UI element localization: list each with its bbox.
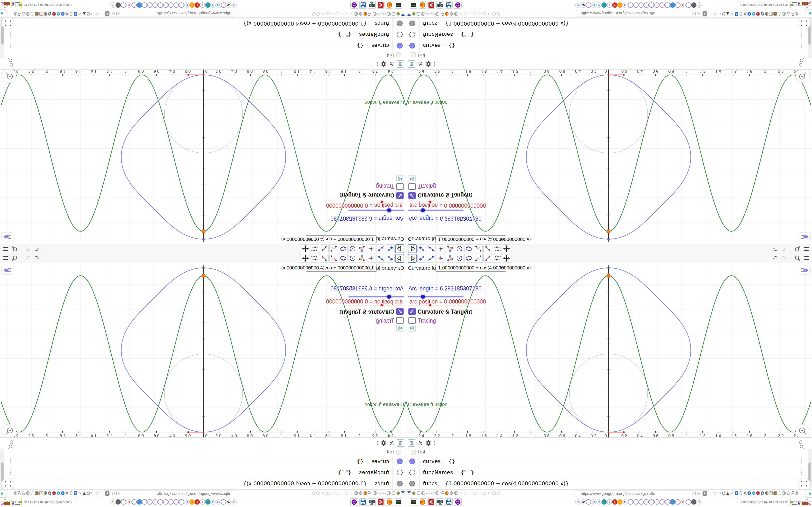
favicon-tab[interactable]	[654, 2, 660, 8]
visibility-marble[interactable]	[409, 43, 415, 49]
tool-perpendicular-line[interactable]	[436, 244, 445, 253]
red-badge-icon[interactable]: TCP	[756, 491, 760, 495]
arc-position-slider[interactable]	[349, 305, 404, 305]
menu-icon[interactable]	[803, 255, 810, 262]
star-icon[interactable]	[95, 491, 99, 495]
tool-move-graphics-view[interactable]	[301, 244, 310, 253]
gear-icon[interactable]	[65, 491, 69, 495]
favicon-tab[interactable]: G	[591, 2, 596, 8]
gear-icon[interactable]	[359, 12, 363, 16]
play-pause-button[interactable]	[396, 325, 404, 332]
favicon-tab[interactable]: G	[210, 2, 216, 8]
tool-line[interactable]	[376, 244, 385, 253]
favicon-tab[interactable]: G	[622, 2, 628, 8]
list-item-funcs[interactable]: funcs = {1.000000000000 + cos(4.00000000…	[4, 18, 406, 29]
globe-icon[interactable]	[392, 12, 396, 16]
favicon-tab[interactable]: 1	[195, 2, 200, 8]
sort-by-icon[interactable]	[397, 439, 404, 447]
plus-circle-icon[interactable]	[747, 12, 751, 16]
folder-icon[interactable]	[483, 491, 487, 495]
arc-position-slider[interactable]	[408, 305, 463, 305]
favicon-tab[interactable]: G	[184, 499, 190, 505]
function-dropdown[interactable]: 1.000000000000 + cos(4.000000000000 x)	[306, 264, 376, 272]
favicon-tab[interactable]: G	[575, 499, 580, 505]
favicon-tab[interactable]: i	[607, 499, 612, 505]
favicon-tab[interactable]	[142, 2, 147, 8]
list-item-funcnames[interactable]: funcNames = {" "}	[406, 29, 808, 40]
home-icon[interactable]: ⌂	[10, 62, 13, 69]
globe-icon[interactable]	[454, 12, 458, 16]
favicon-tab[interactable]: G	[216, 499, 221, 505]
tray-indicator[interactable]	[805, 490, 812, 498]
favicon-tab[interactable]	[137, 499, 142, 505]
favicon-tab[interactable]	[675, 499, 680, 505]
globe-icon[interactable]	[782, 12, 786, 16]
favicon-tab[interactable]	[115, 499, 121, 505]
firefox-icon[interactable]	[363, 491, 367, 495]
redo-button[interactable]: ↷	[24, 255, 32, 262]
favicon-tab[interactable]	[675, 2, 680, 8]
visibility-marble[interactable]	[409, 481, 415, 487]
list-item-funcnames[interactable]: funcNames = {" "}	[406, 467, 808, 478]
redo-button[interactable]: ↷	[24, 245, 32, 252]
globe-color-icon[interactable]	[43, 12, 47, 16]
circle-faint-icon[interactable]	[473, 12, 477, 16]
favicon-tab[interactable]	[221, 2, 226, 8]
gear-icon[interactable]	[743, 12, 747, 16]
row-menu-icon[interactable]	[800, 458, 803, 463]
play-pause-button[interactable]	[408, 175, 416, 182]
camera-icon[interactable]	[412, 12, 416, 16]
red-badge-icon[interactable]: TCP	[52, 491, 56, 495]
favicon-tab[interactable]	[152, 2, 158, 8]
reload-icon[interactable]	[722, 491, 726, 495]
row-menu-icon[interactable]	[800, 44, 803, 49]
favicon-tab[interactable]	[115, 2, 121, 8]
tool-line[interactable]	[427, 254, 436, 263]
gauge-icon[interactable]	[426, 491, 430, 495]
globe-color-icon[interactable]	[43, 491, 47, 495]
function-dropdown[interactable]: 1.000000000000 + cos(4.000000000000 x)	[306, 235, 376, 243]
arrow-right-icon[interactable]	[91, 491, 95, 495]
curvature-tangent-checkbox[interactable]: ✓	[408, 192, 416, 199]
favicon-tab[interactable]: f	[110, 499, 116, 505]
collapse-chevron-icon[interactable]: ⌃	[805, 4, 809, 9]
favicon-tab[interactable]: G	[216, 2, 221, 8]
graphics-view[interactable]: -2.4-2.2-2-1.8-1.6-1.4-1.2-1-0.8-0.6-0.4…	[0, 69, 406, 244]
tool-move[interactable]	[395, 254, 404, 263]
tool-polygon[interactable]	[358, 244, 366, 253]
favicon-tab[interactable]	[654, 499, 660, 505]
translate-icon[interactable]: A	[73, 12, 78, 16]
wrench-icon[interactable]	[440, 12, 444, 16]
favicon-tab[interactable]	[665, 2, 670, 8]
globe-icon[interactable]	[416, 491, 420, 495]
visibility-marble[interactable]	[397, 481, 403, 487]
dot-faint-icon[interactable]	[340, 491, 344, 495]
home-icon[interactable]: ⌂	[10, 438, 13, 445]
tool-angle[interactable]: α	[329, 244, 338, 253]
translate-icon[interactable]: A	[105, 491, 109, 496]
globe-icon[interactable]	[26, 12, 30, 16]
pencil-icon[interactable]	[730, 491, 734, 495]
url-field[interactable]: https://www.geogebra.org/classic/aagcxh3…	[101, 490, 237, 497]
favicon-tab[interactable]	[586, 499, 591, 505]
red-badge-icon[interactable]: TCP	[52, 12, 56, 16]
url-field[interactable]: https://www.geogebra.org/classic/aagcxh3…	[575, 10, 711, 17]
tool-circle-center-point[interactable]	[455, 244, 464, 253]
mouse-icon[interactable]	[739, 491, 743, 495]
tool-reflect-about-line[interactable]	[483, 244, 492, 253]
favicon-tab[interactable]: W	[580, 499, 586, 505]
sort-by-icon[interactable]	[397, 60, 404, 68]
menu-icon[interactable]	[803, 245, 810, 252]
gear-icon[interactable]	[795, 12, 799, 16]
shield-icon[interactable]	[316, 12, 320, 16]
auxiliary-objects-icon[interactable]: fx	[388, 60, 395, 68]
camera-icon[interactable]	[396, 491, 400, 495]
red-badge-icon[interactable]: TCP	[756, 12, 760, 16]
plus-circle-icon[interactable]	[747, 491, 751, 495]
tracing-checkbox[interactable]	[396, 317, 404, 324]
favicon-tab[interactable]	[173, 2, 179, 8]
collapse-chevron-icon[interactable]: ⌃	[805, 498, 809, 503]
tool-line[interactable]	[427, 244, 436, 253]
undo-button[interactable]: ↶	[771, 255, 779, 262]
arrow-right-icon[interactable]	[717, 12, 721, 16]
